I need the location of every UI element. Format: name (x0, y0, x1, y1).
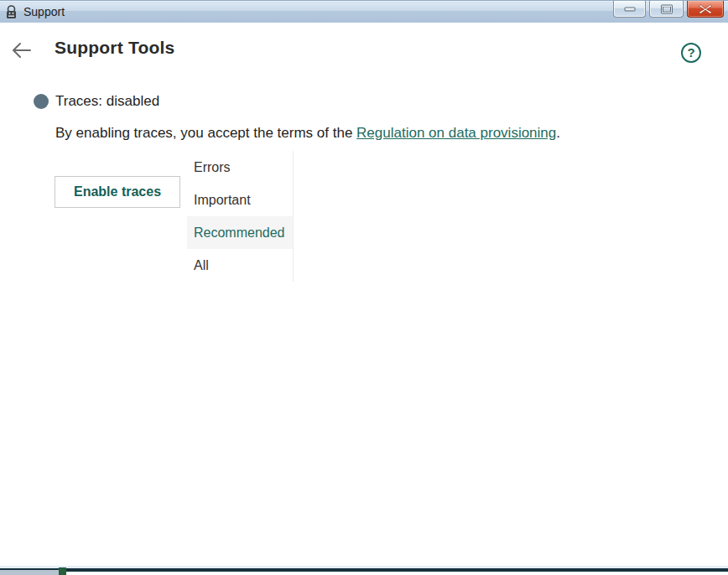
help-question-icon: ? (687, 45, 694, 60)
maximize-icon (661, 4, 673, 13)
app-icon (4, 5, 18, 19)
page-title: Support Tools (55, 38, 174, 58)
trace-level-errors[interactable]: Errors (187, 151, 293, 184)
description-prefix: By enabling traces, you accept the terms… (55, 125, 356, 141)
trace-level-list: Errors Important Recommended All (187, 151, 294, 282)
bottom-green-marker (59, 567, 66, 575)
close-button[interactable] (687, 1, 724, 18)
status-dot-icon (34, 94, 49, 109)
support-window: Support Support Tools ? Traces: disabled… (0, 0, 728, 575)
trace-level-important[interactable]: Important (187, 184, 293, 216)
titlebar: Support (0, 0, 728, 23)
maximize-button[interactable] (649, 1, 684, 18)
enable-traces-button[interactable]: Enable traces (55, 176, 180, 208)
minimize-icon (624, 7, 635, 11)
regulation-link[interactable]: Regulation on data provisioning (356, 125, 556, 141)
close-icon (699, 3, 712, 14)
back-button[interactable] (10, 39, 34, 62)
trace-level-all[interactable]: All (187, 249, 293, 282)
trace-level-recommended[interactable]: Recommended (187, 216, 293, 249)
bottom-accent-bar (0, 568, 728, 572)
status-label: Traces: disabled (55, 93, 159, 110)
help-button[interactable]: ? (681, 43, 701, 63)
back-arrow-icon (10, 39, 34, 62)
description-suffix: . (556, 125, 560, 141)
description-text: By enabling traces, you accept the terms… (55, 125, 560, 142)
window-controls (613, 1, 724, 18)
bottom-frame-corner (0, 570, 59, 575)
minimize-button[interactable] (613, 1, 646, 18)
window-title: Support (23, 1, 65, 23)
